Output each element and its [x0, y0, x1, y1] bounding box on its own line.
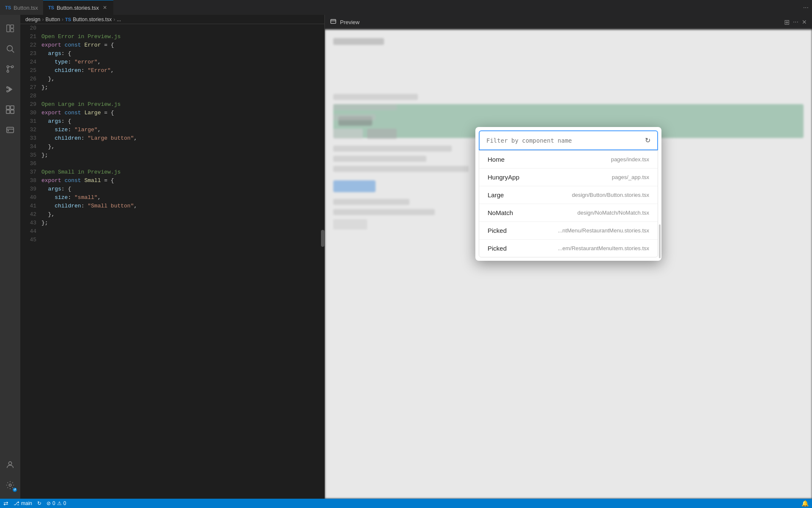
code-line-25: children: "Error", [41, 66, 318, 75]
code-line-22: export const Error = { [41, 41, 318, 50]
filter-item-name-home: Home [488, 156, 505, 163]
breadcrumb-ellipsis[interactable]: ... [117, 17, 121, 22]
code-line-29: Open Large in Preview.js [41, 100, 318, 109]
filter-input[interactable] [486, 137, 642, 144]
editor-scrollbar[interactable] [321, 230, 324, 247]
filter-item-picked-1[interactable]: Picked ...ntMenu/RestaurantMenu.stories.… [479, 222, 658, 240]
ts-icon: TS [5, 5, 11, 10]
refresh-icon[interactable]: ↻ [645, 136, 650, 144]
filter-item-large[interactable]: Large design/Button/Button.stories.tsx [479, 186, 658, 204]
branch-name: main [21, 500, 32, 506]
tab-label: Button.tsx [14, 5, 38, 11]
preview-content [325, 30, 812, 499]
code-line-23: args: { [41, 50, 318, 58]
filter-item-hungryapp[interactable]: HungryApp pages/_app.tsx [479, 168, 658, 186]
activity-settings[interactable]: ↺ [0, 475, 20, 495]
filter-item-name-nomatch: NoMatch [488, 209, 513, 216]
main-area: ↺ design › Button › TS Button.stories.ts… [0, 15, 812, 499]
tab-label-active: Button.stories.tsx [57, 5, 99, 11]
code-content: Open Error in Preview.js export const Er… [41, 24, 324, 499]
filter-item-path-picked-2: ...em/RestaurantMenuItem.stories.tsx [558, 245, 649, 251]
activity-bottom: ↺ [0, 455, 20, 499]
svg-point-16 [8, 130, 9, 131]
filter-results: Home pages/index.tsx HungryApp pages/_ap… [479, 151, 658, 257]
breadcrumb-button[interactable]: Button [45, 17, 60, 22]
tab-close-button[interactable]: ✕ [102, 4, 108, 11]
preview-close-button[interactable]: ✕ [802, 19, 807, 25]
code-line-41: children: "Small button", [41, 202, 318, 210]
code-line-24: type: "error", [41, 58, 318, 66]
status-errors[interactable]: ⊘ 0 ⚠ 0 [47, 500, 66, 506]
ts-icon-active: TS [48, 5, 54, 10]
code-line-32: size: "large", [41, 126, 318, 134]
code-line-27: }; [41, 83, 318, 92]
breadcrumb-ts-icon: TS [65, 17, 71, 22]
filter-item-path-hungryapp: pages/_app.tsx [612, 174, 649, 180]
code-line-28 [41, 92, 318, 100]
filter-item-name-hungryapp: HungryApp [488, 174, 519, 181]
status-notifications[interactable]: 🔔 [801, 500, 809, 507]
svg-point-17 [8, 462, 11, 465]
remote-icon: ⇄ [3, 500, 8, 507]
breadcrumb-design[interactable]: design [25, 17, 40, 22]
status-remote[interactable]: ⇄ [3, 500, 8, 507]
status-bar: ⇄ ⎇ main ↻ ⊘ 0 ⚠ 0 🔔 [0, 499, 812, 508]
activity-bar: ↺ [0, 15, 20, 499]
breadcrumb-sep-2: › [62, 17, 63, 22]
breadcrumb-file[interactable]: Button.stories.tsx [73, 17, 112, 22]
error-count: 0 [52, 500, 55, 506]
preview-more-icon[interactable]: ··· [793, 18, 798, 26]
filter-search-row: ↻ [479, 130, 658, 150]
filter-item-name-picked-2: Picked [488, 245, 507, 252]
activity-run-debug[interactable] [0, 79, 20, 99]
code-line-37: Open Small in Preview.js [41, 168, 318, 177]
code-line-40: size: "small", [41, 193, 318, 202]
layout-split-icon[interactable]: ⊞ [784, 18, 790, 26]
code-line-45 [41, 236, 318, 244]
svg-point-3 [7, 46, 13, 51]
svg-rect-2 [11, 29, 14, 32]
activity-explorer[interactable] [0, 18, 20, 39]
svg-rect-10 [6, 106, 10, 109]
activity-source-control[interactable] [0, 59, 20, 79]
code-line-38: export const Small = { [41, 177, 318, 185]
filter-scrollbar[interactable] [659, 224, 661, 258]
filter-item-home[interactable]: Home pages/index.tsx [479, 151, 658, 168]
code-line-39: args: { [41, 185, 318, 193]
preview-section: Preview ⊞ ··· ✕ [325, 15, 812, 499]
tab-button-stories-tsx[interactable]: TS Button.stories.tsx ✕ [43, 0, 113, 15]
svg-point-5 [7, 66, 9, 68]
tabs-overflow-button[interactable]: ··· [803, 4, 809, 11]
svg-rect-1 [11, 25, 14, 28]
code-line-26: }, [41, 75, 318, 83]
code-editor[interactable]: 20 21 22 23 24 25 26 27 28 29 30 31 32 3… [20, 24, 324, 499]
filter-item-nomatch[interactable]: NoMatch design/NoMatch/NoMatch.tsx [479, 204, 658, 222]
tab-bar: TS Button.tsx TS Button.stories.tsx ✕ ··… [0, 0, 812, 15]
status-branch[interactable]: ⎇ main [14, 500, 32, 506]
svg-rect-13 [11, 110, 14, 113]
tab-button-tsx[interactable]: TS Button.tsx [0, 0, 43, 15]
preview-title: Preview [340, 19, 781, 25]
activity-account[interactable] [0, 455, 20, 475]
filter-item-path-nomatch: design/NoMatch/NoMatch.tsx [577, 210, 649, 216]
filter-item-picked-2[interactable]: Picked ...em/RestaurantMenuItem.stories.… [479, 240, 658, 257]
activity-search[interactable] [0, 39, 20, 59]
breadcrumb-sep-1: › [42, 17, 44, 22]
preview-panel-icon [330, 19, 337, 25]
svg-rect-11 [11, 106, 14, 109]
activity-remote[interactable] [0, 120, 20, 140]
breadcrumb-sep-3: › [113, 17, 115, 22]
activity-extensions[interactable] [0, 99, 20, 120]
editor-section: design › Button › TS Button.stories.tsx … [20, 15, 325, 499]
code-line-21: Open Error in Preview.js [41, 33, 318, 41]
filter-item-name-large: Large [488, 191, 504, 199]
breadcrumb: design › Button › TS Button.stories.tsx … [20, 15, 324, 24]
filter-item-path-large: design/Button/Button.stories.tsx [572, 192, 649, 198]
svg-rect-14 [7, 127, 14, 133]
code-line-31: args: { [41, 117, 318, 126]
svg-point-9 [7, 91, 8, 92]
warning-count: 0 [63, 500, 66, 506]
warning-icon: ⚠ [57, 500, 62, 506]
status-sync[interactable]: ↻ [37, 500, 41, 506]
svg-rect-12 [6, 110, 10, 113]
